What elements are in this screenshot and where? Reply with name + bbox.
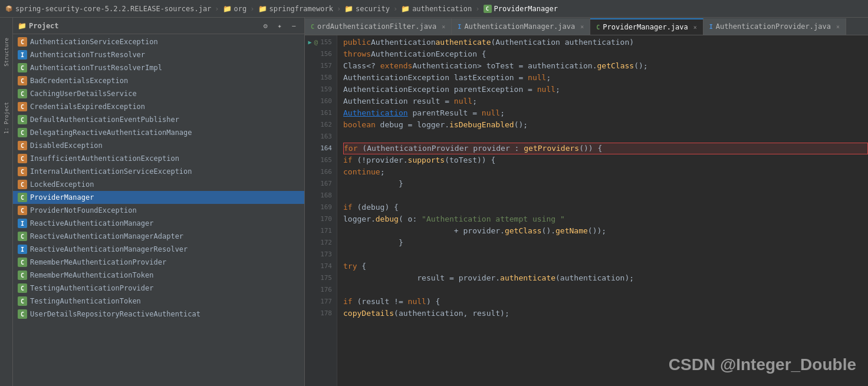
class-icon: C [484, 5, 492, 13]
editor-tab[interactable]: CordAuthenticationFilter.java× [305, 18, 452, 35]
tab-type-icon: C [311, 24, 314, 30]
list-item[interactable]: IReactiveAuthenticationManagerResolver [13, 243, 304, 256]
list-item[interactable]: CDefaultAuthenticationEventPublisher [13, 113, 304, 126]
list-item[interactable]: CCredentialsExpiredException [13, 100, 304, 113]
minus-icon[interactable]: − [288, 20, 300, 32]
tab-close-icon[interactable]: × [580, 24, 584, 30]
list-item[interactable]: CReactiveAuthenticationManagerAdapter [13, 230, 304, 243]
project-label: 1: Project [4, 102, 9, 134]
side-panel-title: Project [29, 22, 59, 30]
line-number: 165 [305, 154, 332, 166]
file-type-icon: I [18, 50, 27, 60]
list-item[interactable]: CTestingAuthenticationProvider [13, 282, 304, 295]
file-name: TestingAuthenticationProvider [30, 284, 154, 292]
list-item[interactable]: CLockedException [13, 178, 304, 191]
settings-icon[interactable]: ✦ [274, 20, 285, 32]
line-number: 163 [305, 131, 332, 143]
line-number: 171 [305, 225, 332, 237]
tab-label: ProviderManager.java [603, 23, 688, 31]
list-item[interactable]: CDelegatingReactiveAuthenticationManage [13, 126, 304, 139]
file-name: RememberMeAuthenticationProvider [30, 258, 166, 266]
breadcrumb-org[interactable]: org [234, 5, 247, 13]
file-type-icon: C [18, 167, 27, 176]
line-number: 167 [305, 178, 332, 190]
list-item[interactable]: CTestingAuthenticationToken [13, 295, 304, 308]
breadcrumb-springframework[interactable]: springframework [269, 5, 333, 13]
list-item[interactable]: CProviderManager [13, 191, 304, 204]
file-name: DelegatingReactiveAuthenticationManage [30, 128, 192, 137]
file-type-icon: C [18, 102, 27, 111]
line-number: 172 [305, 237, 332, 249]
tab-close-icon[interactable]: × [442, 24, 445, 30]
folder-icon-4: 📁 [401, 5, 410, 13]
editor-tab[interactable]: CProviderManager.java× [590, 18, 703, 35]
side-panel-header: 📁 Project ⚙ ✦ − [13, 18, 304, 34]
file-name: InternalAuthenticationServiceException [30, 167, 192, 176]
tab-close-icon[interactable]: × [693, 24, 697, 31]
tab-close-icon[interactable]: × [836, 24, 840, 30]
file-type-icon: C [18, 193, 27, 202]
file-name: UserDetailsRepositoryReactiveAuthenticat [30, 310, 200, 318]
breadcrumb-authentication[interactable]: authentication [412, 5, 472, 13]
file-type-icon: C [18, 283, 27, 293]
code-line: + provider.getClass().getName()); [343, 225, 868, 237]
code-editor[interactable]: ▶@15515615715815916016116216316416516616… [305, 35, 868, 386]
tab-type-icon: I [458, 24, 461, 30]
line-number: 175 [305, 272, 332, 284]
list-item[interactable]: CInternalAuthenticationServiceException [13, 165, 304, 178]
line-number: 173 [305, 249, 332, 260]
list-item[interactable]: CInsufficientAuthenticationException [13, 152, 304, 165]
file-name: AuthenticationTrustResolverImpl [30, 64, 162, 72]
editor-tab[interactable]: IAuthenticationProvider.java× [703, 18, 846, 35]
file-type-icon: C [18, 63, 27, 72]
code-line: throws AuthenticationException { [343, 48, 868, 60]
file-name: ProviderManager [30, 193, 94, 202]
editor-tab[interactable]: IAuthenticationManager.java× [452, 18, 590, 35]
line-number: 164 [305, 143, 332, 154]
breadcrumb-security[interactable]: security [356, 5, 390, 13]
gear-icon[interactable]: ⚙ [259, 20, 271, 32]
line-number: 162 [305, 119, 332, 131]
code-line: logger.debug( o: "Authentication attempt… [343, 213, 868, 225]
file-name: LockedException [30, 180, 94, 189]
code-line: if (!provider.supports(toTest)) { [343, 154, 868, 166]
side-panel: 📁 Project ⚙ ✦ − CAuthenticationServiceEx… [13, 18, 305, 386]
folder-icon-3: 📁 [344, 5, 353, 13]
list-item[interactable]: CCachingUserDetailsService [13, 87, 304, 100]
file-name: DefaultAuthenticationEventPublisher [30, 116, 179, 124]
code-line: Authentication result = null; [343, 95, 868, 107]
code-line: continue; [343, 166, 868, 178]
list-item[interactable]: IReactiveAuthenticationManager [13, 217, 304, 230]
file-type-icon: C [18, 180, 27, 189]
file-type-icon: C [18, 128, 27, 137]
list-item[interactable]: CRememberMeAuthenticationProvider [13, 256, 304, 269]
list-item[interactable]: CUserDetailsRepositoryReactiveAuthentica… [13, 308, 304, 321]
file-type-icon: C [18, 296, 27, 306]
file-type-icon: C [18, 154, 27, 163]
list-item[interactable]: CAuthenticationServiceException [13, 35, 304, 48]
line-number: 159 [305, 84, 332, 95]
code-line: public Authentication authenticate(Authe… [343, 37, 868, 48]
list-item[interactable]: IAuthenticationTrustResolver [13, 48, 304, 61]
breadcrumb-class[interactable]: ProviderManager [494, 5, 558, 13]
file-name: AuthenticationTrustResolver [30, 51, 145, 59]
file-name: AuthenticationServiceException [30, 38, 158, 46]
list-item[interactable]: CProviderNotFoundException [13, 204, 304, 217]
code-line [343, 190, 868, 202]
breadcrumb-jar[interactable]: spring-security-core-5.2.2.RELEASE-sourc… [15, 5, 211, 13]
code-line: } [343, 237, 868, 249]
tab-label: AuthenticationManager.java [464, 22, 575, 31]
list-item[interactable]: CDisabledException [13, 139, 304, 152]
tab-label: ordAuthenticationFilter.java [317, 22, 436, 31]
line-number: 161 [305, 107, 332, 119]
file-name: RememberMeAuthenticationToken [30, 271, 154, 279]
file-type-icon: C [18, 206, 27, 215]
list-item[interactable]: CAuthenticationTrustResolverImpl [13, 61, 304, 74]
line-number: 178 [305, 308, 332, 319]
folder-icon-1: 📁 [223, 5, 232, 13]
list-item[interactable]: CBadCredentialsException [13, 74, 304, 87]
file-type-icon: C [18, 141, 27, 150]
code-line: Authentication parentResult = null; [343, 107, 868, 119]
list-item[interactable]: CRememberMeAuthenticationToken [13, 269, 304, 282]
code-content[interactable]: public Authentication authenticate(Authe… [337, 35, 868, 386]
